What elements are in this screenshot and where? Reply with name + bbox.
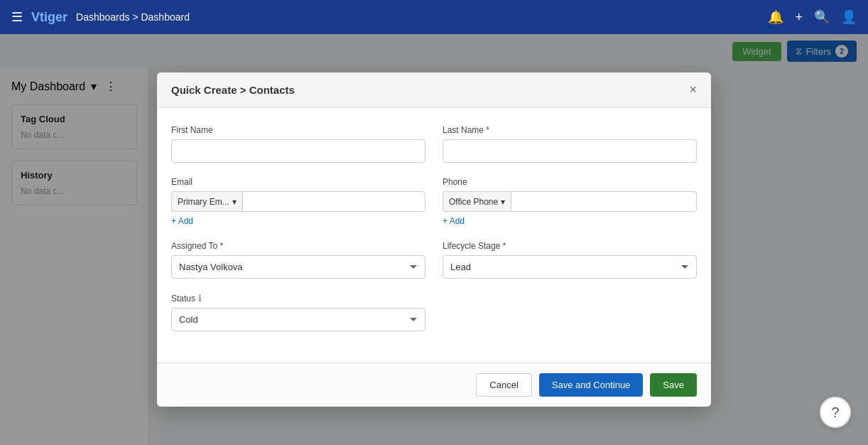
last-name-input[interactable] (443, 139, 697, 163)
top-navigation: ☰ Vtiger Dashboards > Dashboard 🔔 + 🔍 👤 (0, 0, 868, 34)
assigned-to-group: Assigned To * Nastya Volkova (171, 241, 425, 279)
help-icon: ? (831, 404, 839, 421)
last-name-label: Last Name * (443, 125, 697, 135)
phone-input[interactable] (511, 191, 697, 212)
email-type-label: Primary Em... (178, 197, 229, 207)
phone-input-group: Office Phone ▾ (443, 191, 697, 212)
email-type-chevron: ▾ (232, 197, 237, 207)
modal-body: First Name Last Name * (157, 108, 711, 363)
phone-label: Phone (443, 177, 697, 187)
status-info-icon[interactable]: ℹ (198, 293, 202, 304)
name-row: First Name Last Name * (171, 125, 697, 163)
status-select[interactable]: Cold (171, 308, 425, 331)
modal-overlay: Quick Create > Contacts × First Name (0, 34, 868, 445)
email-group: Email Primary Em... ▾ + Add (171, 177, 425, 227)
email-input-group: Primary Em... ▾ (171, 191, 425, 212)
nav-actions: 🔔 + 🔍 👤 (768, 9, 857, 25)
first-name-input[interactable] (171, 139, 425, 163)
email-type-select[interactable]: Primary Em... ▾ (171, 191, 242, 212)
add-phone-link[interactable]: + Add (443, 216, 465, 226)
lifecycle-label: Lifecycle Stage * (443, 241, 697, 251)
email-input[interactable] (242, 191, 425, 212)
modal-title: Quick Create > Contacts (171, 84, 295, 96)
add-icon[interactable]: + (795, 10, 803, 25)
cancel-button[interactable]: Cancel (476, 373, 531, 397)
close-button[interactable]: × (689, 82, 697, 97)
first-name-group: First Name (171, 125, 425, 163)
brand-logo: Vtiger (31, 10, 67, 25)
lifecycle-group: Lifecycle Stage * Lead (443, 241, 697, 279)
modal-footer: Cancel Save and Continue Save (157, 363, 711, 407)
lifecycle-select[interactable]: Lead (443, 255, 697, 279)
status-group: Status ℹ Cold (171, 293, 425, 331)
last-name-group: Last Name * (443, 125, 697, 163)
phone-type-chevron: ▾ (501, 197, 505, 207)
search-icon[interactable]: 🔍 (814, 9, 830, 25)
phone-type-select[interactable]: Office Phone ▾ (443, 191, 511, 212)
menu-icon[interactable]: ☰ (11, 9, 23, 25)
modal-header: Quick Create > Contacts × (157, 73, 711, 108)
save-continue-button[interactable]: Save and Continue (539, 373, 644, 397)
assignment-row: Assigned To * Nastya Volkova Lifecycle S… (171, 241, 697, 279)
contact-row: Email Primary Em... ▾ + Add (171, 177, 697, 227)
help-button[interactable]: ? (820, 397, 851, 428)
phone-type-label: Office Phone (449, 197, 498, 207)
assigned-to-label: Assigned To * (171, 241, 425, 251)
quick-create-modal: Quick Create > Contacts × First Name (157, 73, 711, 407)
page-background: Widget ⧖ Filters 2 My Dashboard ▾ ⋮ Tag … (0, 34, 868, 445)
phone-group: Phone Office Phone ▾ + Add (443, 177, 697, 227)
add-email-link[interactable]: + Add (171, 216, 193, 226)
status-label: Status ℹ (171, 293, 425, 304)
status-row: Status ℹ Cold (171, 293, 697, 331)
breadcrumb: Dashboards > Dashboard (76, 11, 190, 23)
empty-group (443, 293, 697, 331)
first-name-label: First Name (171, 125, 425, 135)
email-label: Email (171, 177, 425, 187)
assigned-to-select[interactable]: Nastya Volkova (171, 255, 425, 279)
notification-icon[interactable]: 🔔 (768, 9, 783, 25)
save-button[interactable]: Save (650, 373, 697, 397)
profile-icon[interactable]: 👤 (841, 9, 857, 25)
